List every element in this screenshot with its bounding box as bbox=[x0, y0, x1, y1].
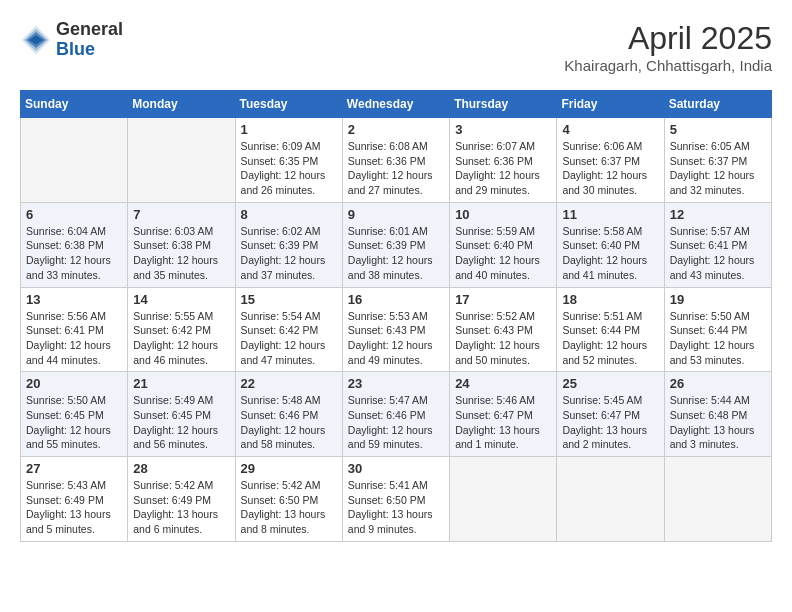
day-number: 1 bbox=[241, 122, 337, 137]
cell-info: Sunrise: 5:44 AMSunset: 6:48 PMDaylight:… bbox=[670, 393, 766, 452]
day-header-tuesday: Tuesday bbox=[235, 91, 342, 118]
cell-info: Sunrise: 5:47 AMSunset: 6:46 PMDaylight:… bbox=[348, 393, 444, 452]
calendar-week-row: 27Sunrise: 5:43 AMSunset: 6:49 PMDayligh… bbox=[21, 457, 772, 542]
calendar-cell: 15Sunrise: 5:54 AMSunset: 6:42 PMDayligh… bbox=[235, 287, 342, 372]
page-header: General Blue April 2025 Khairagarh, Chha… bbox=[20, 20, 772, 74]
cell-info: Sunrise: 6:09 AMSunset: 6:35 PMDaylight:… bbox=[241, 139, 337, 198]
calendar-table: SundayMondayTuesdayWednesdayThursdayFrid… bbox=[20, 90, 772, 542]
cell-info: Sunrise: 6:03 AMSunset: 6:38 PMDaylight:… bbox=[133, 224, 229, 283]
day-header-thursday: Thursday bbox=[450, 91, 557, 118]
calendar-cell: 14Sunrise: 5:55 AMSunset: 6:42 PMDayligh… bbox=[128, 287, 235, 372]
calendar-cell: 2Sunrise: 6:08 AMSunset: 6:36 PMDaylight… bbox=[342, 118, 449, 203]
cell-info: Sunrise: 5:50 AMSunset: 6:44 PMDaylight:… bbox=[670, 309, 766, 368]
day-number: 19 bbox=[670, 292, 766, 307]
cell-info: Sunrise: 5:57 AMSunset: 6:41 PMDaylight:… bbox=[670, 224, 766, 283]
cell-info: Sunrise: 5:53 AMSunset: 6:43 PMDaylight:… bbox=[348, 309, 444, 368]
cell-info: Sunrise: 6:06 AMSunset: 6:37 PMDaylight:… bbox=[562, 139, 658, 198]
calendar-cell bbox=[557, 457, 664, 542]
day-header-sunday: Sunday bbox=[21, 91, 128, 118]
calendar-week-row: 1Sunrise: 6:09 AMSunset: 6:35 PMDaylight… bbox=[21, 118, 772, 203]
calendar-cell: 13Sunrise: 5:56 AMSunset: 6:41 PMDayligh… bbox=[21, 287, 128, 372]
day-number: 10 bbox=[455, 207, 551, 222]
calendar-cell: 25Sunrise: 5:45 AMSunset: 6:47 PMDayligh… bbox=[557, 372, 664, 457]
cell-info: Sunrise: 6:07 AMSunset: 6:36 PMDaylight:… bbox=[455, 139, 551, 198]
cell-info: Sunrise: 5:54 AMSunset: 6:42 PMDaylight:… bbox=[241, 309, 337, 368]
cell-info: Sunrise: 5:55 AMSunset: 6:42 PMDaylight:… bbox=[133, 309, 229, 368]
calendar-cell: 19Sunrise: 5:50 AMSunset: 6:44 PMDayligh… bbox=[664, 287, 771, 372]
calendar-cell: 8Sunrise: 6:02 AMSunset: 6:39 PMDaylight… bbox=[235, 202, 342, 287]
day-number: 26 bbox=[670, 376, 766, 391]
cell-info: Sunrise: 6:02 AMSunset: 6:39 PMDaylight:… bbox=[241, 224, 337, 283]
day-number: 30 bbox=[348, 461, 444, 476]
logo-text: General Blue bbox=[56, 20, 123, 60]
cell-info: Sunrise: 5:46 AMSunset: 6:47 PMDaylight:… bbox=[455, 393, 551, 452]
day-number: 6 bbox=[26, 207, 122, 222]
calendar-cell: 21Sunrise: 5:49 AMSunset: 6:45 PMDayligh… bbox=[128, 372, 235, 457]
calendar-cell: 29Sunrise: 5:42 AMSunset: 6:50 PMDayligh… bbox=[235, 457, 342, 542]
calendar-cell: 17Sunrise: 5:52 AMSunset: 6:43 PMDayligh… bbox=[450, 287, 557, 372]
cell-info: Sunrise: 5:59 AMSunset: 6:40 PMDaylight:… bbox=[455, 224, 551, 283]
day-number: 16 bbox=[348, 292, 444, 307]
calendar-cell: 10Sunrise: 5:59 AMSunset: 6:40 PMDayligh… bbox=[450, 202, 557, 287]
calendar-cell bbox=[128, 118, 235, 203]
day-number: 2 bbox=[348, 122, 444, 137]
day-number: 12 bbox=[670, 207, 766, 222]
day-number: 20 bbox=[26, 376, 122, 391]
calendar-cell: 9Sunrise: 6:01 AMSunset: 6:39 PMDaylight… bbox=[342, 202, 449, 287]
calendar-week-row: 20Sunrise: 5:50 AMSunset: 6:45 PMDayligh… bbox=[21, 372, 772, 457]
calendar-cell: 12Sunrise: 5:57 AMSunset: 6:41 PMDayligh… bbox=[664, 202, 771, 287]
calendar-cell: 5Sunrise: 6:05 AMSunset: 6:37 PMDaylight… bbox=[664, 118, 771, 203]
calendar-header-row: SundayMondayTuesdayWednesdayThursdayFrid… bbox=[21, 91, 772, 118]
calendar-cell: 23Sunrise: 5:47 AMSunset: 6:46 PMDayligh… bbox=[342, 372, 449, 457]
cell-info: Sunrise: 5:56 AMSunset: 6:41 PMDaylight:… bbox=[26, 309, 122, 368]
calendar-cell: 27Sunrise: 5:43 AMSunset: 6:49 PMDayligh… bbox=[21, 457, 128, 542]
day-number: 25 bbox=[562, 376, 658, 391]
day-number: 23 bbox=[348, 376, 444, 391]
day-number: 14 bbox=[133, 292, 229, 307]
cell-info: Sunrise: 6:01 AMSunset: 6:39 PMDaylight:… bbox=[348, 224, 444, 283]
cell-info: Sunrise: 5:50 AMSunset: 6:45 PMDaylight:… bbox=[26, 393, 122, 452]
month-title: April 2025 bbox=[564, 20, 772, 57]
calendar-week-row: 6Sunrise: 6:04 AMSunset: 6:38 PMDaylight… bbox=[21, 202, 772, 287]
calendar-cell: 24Sunrise: 5:46 AMSunset: 6:47 PMDayligh… bbox=[450, 372, 557, 457]
day-number: 8 bbox=[241, 207, 337, 222]
calendar-cell: 18Sunrise: 5:51 AMSunset: 6:44 PMDayligh… bbox=[557, 287, 664, 372]
logo-icon bbox=[20, 24, 52, 56]
calendar-cell: 1Sunrise: 6:09 AMSunset: 6:35 PMDaylight… bbox=[235, 118, 342, 203]
cell-info: Sunrise: 5:51 AMSunset: 6:44 PMDaylight:… bbox=[562, 309, 658, 368]
cell-info: Sunrise: 5:42 AMSunset: 6:50 PMDaylight:… bbox=[241, 478, 337, 537]
calendar-cell: 11Sunrise: 5:58 AMSunset: 6:40 PMDayligh… bbox=[557, 202, 664, 287]
day-number: 18 bbox=[562, 292, 658, 307]
calendar-cell: 3Sunrise: 6:07 AMSunset: 6:36 PMDaylight… bbox=[450, 118, 557, 203]
cell-info: Sunrise: 5:52 AMSunset: 6:43 PMDaylight:… bbox=[455, 309, 551, 368]
calendar-cell: 30Sunrise: 5:41 AMSunset: 6:50 PMDayligh… bbox=[342, 457, 449, 542]
cell-info: Sunrise: 5:41 AMSunset: 6:50 PMDaylight:… bbox=[348, 478, 444, 537]
calendar-cell: 22Sunrise: 5:48 AMSunset: 6:46 PMDayligh… bbox=[235, 372, 342, 457]
calendar-cell: 4Sunrise: 6:06 AMSunset: 6:37 PMDaylight… bbox=[557, 118, 664, 203]
day-number: 21 bbox=[133, 376, 229, 391]
calendar-cell: 6Sunrise: 6:04 AMSunset: 6:38 PMDaylight… bbox=[21, 202, 128, 287]
day-number: 22 bbox=[241, 376, 337, 391]
cell-info: Sunrise: 6:05 AMSunset: 6:37 PMDaylight:… bbox=[670, 139, 766, 198]
calendar-cell: 16Sunrise: 5:53 AMSunset: 6:43 PMDayligh… bbox=[342, 287, 449, 372]
calendar-cell: 28Sunrise: 5:42 AMSunset: 6:49 PMDayligh… bbox=[128, 457, 235, 542]
calendar-cell bbox=[664, 457, 771, 542]
day-number: 24 bbox=[455, 376, 551, 391]
day-number: 28 bbox=[133, 461, 229, 476]
title-block: April 2025 Khairagarh, Chhattisgarh, Ind… bbox=[564, 20, 772, 74]
cell-info: Sunrise: 5:43 AMSunset: 6:49 PMDaylight:… bbox=[26, 478, 122, 537]
logo: General Blue bbox=[20, 20, 123, 60]
day-number: 5 bbox=[670, 122, 766, 137]
location-subtitle: Khairagarh, Chhattisgarh, India bbox=[564, 57, 772, 74]
day-number: 29 bbox=[241, 461, 337, 476]
cell-info: Sunrise: 5:42 AMSunset: 6:49 PMDaylight:… bbox=[133, 478, 229, 537]
day-number: 11 bbox=[562, 207, 658, 222]
day-number: 3 bbox=[455, 122, 551, 137]
calendar-cell: 26Sunrise: 5:44 AMSunset: 6:48 PMDayligh… bbox=[664, 372, 771, 457]
calendar-cell: 7Sunrise: 6:03 AMSunset: 6:38 PMDaylight… bbox=[128, 202, 235, 287]
day-number: 7 bbox=[133, 207, 229, 222]
day-header-monday: Monday bbox=[128, 91, 235, 118]
cell-info: Sunrise: 5:58 AMSunset: 6:40 PMDaylight:… bbox=[562, 224, 658, 283]
cell-info: Sunrise: 6:04 AMSunset: 6:38 PMDaylight:… bbox=[26, 224, 122, 283]
cell-info: Sunrise: 5:45 AMSunset: 6:47 PMDaylight:… bbox=[562, 393, 658, 452]
